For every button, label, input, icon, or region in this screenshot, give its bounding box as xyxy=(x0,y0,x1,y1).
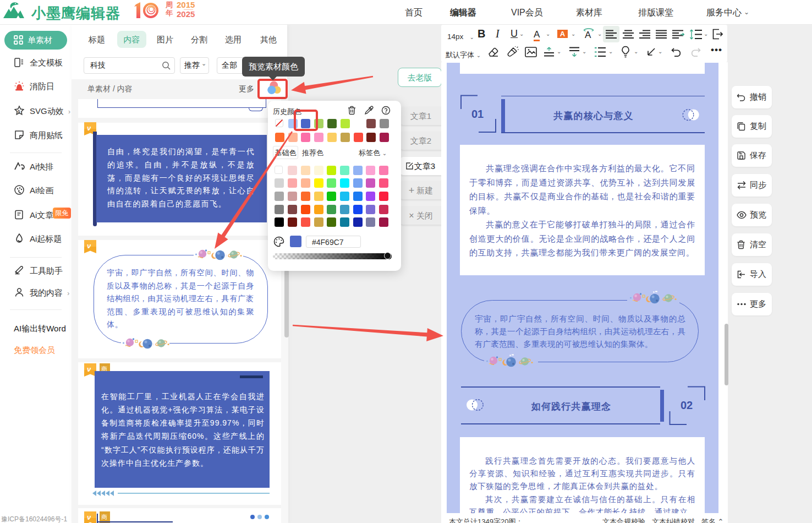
svg-text:ν: ν xyxy=(87,124,91,132)
svg-text:ν: ν xyxy=(87,513,91,521)
svg-text:ν: ν xyxy=(87,365,91,373)
svg-text:ν: ν xyxy=(87,242,91,250)
svg-text:01: 01 xyxy=(471,108,484,120)
svg-text:商: 商 xyxy=(101,514,107,520)
svg-text:S: S xyxy=(18,110,20,113)
svg-text:A: A xyxy=(585,30,591,40)
svg-text:02: 02 xyxy=(681,399,693,411)
